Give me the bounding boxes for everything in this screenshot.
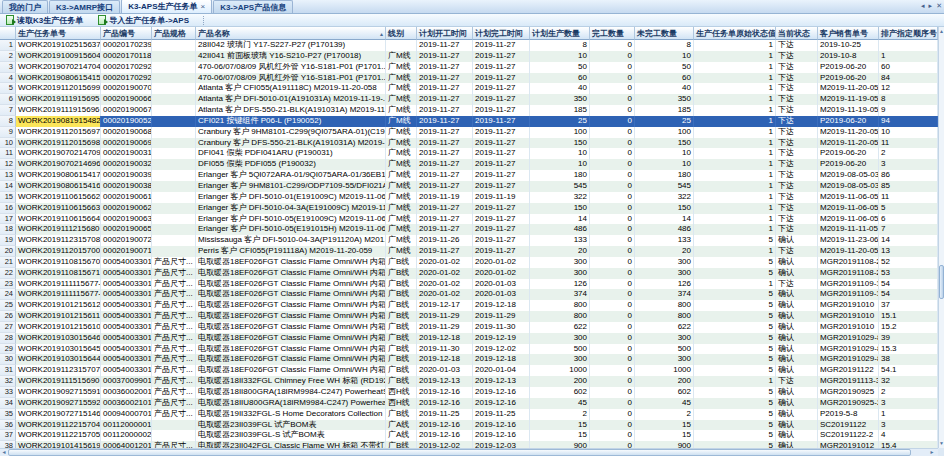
cell-product-spec[interactable] — [152, 430, 196, 441]
cell-product-code[interactable]: 00094000701A — [101, 409, 152, 420]
cell-task-no[interactable]: WORK2019100915604 — [16, 51, 101, 62]
cell-product-code[interactable]: 00020190065C — [101, 224, 152, 235]
cell-finished-qty[interactable]: 0 — [590, 203, 635, 214]
cell-line[interactable]: 广B线 — [386, 257, 417, 268]
cell-original-status-value[interactable]: 1 — [694, 192, 776, 203]
cell-plan-finish-date[interactable]: 2019-12-16 — [473, 430, 530, 441]
cell-product-spec[interactable]: 产品尺寸... — [152, 300, 196, 311]
cell-sales-order-no[interactable]: MGR20191113-3 — [818, 376, 879, 387]
cell-product-spec[interactable] — [152, 138, 196, 149]
cell-product-name[interactable]: CFI021 按键组件 P06-L (P190052) — [196, 116, 386, 127]
cell-schedule-seq-no[interactable]: 94 — [879, 116, 938, 127]
cell-product-code[interactable]: 00020170239B — [101, 40, 152, 51]
cell-unfinished-qty[interactable]: 800 — [635, 300, 694, 311]
cell-unfinished-qty[interactable]: 14 — [635, 214, 694, 225]
cell-product-name[interactable]: 470-06/07/08/09 风机红外管 Y16-S181-P01 (P170… — [196, 62, 386, 73]
cell-product-name[interactable]: Erlanger 客户 DFI-5010-04-3A(E191009C) M20… — [196, 203, 386, 214]
cell-plan-start-date[interactable]: 2019-11-27 — [417, 224, 473, 235]
cell-plan-finish-date[interactable]: 2019-11-27 — [473, 203, 530, 214]
cell-product-spec[interactable] — [152, 51, 196, 62]
cell-product-name[interactable]: 电取暖器19II332FGL-S Home Decorators Collect… — [196, 409, 386, 420]
cell-original-status-value[interactable]: 1 — [694, 138, 776, 149]
cell-plan-qty[interactable]: 100 — [530, 127, 590, 138]
cell-sales-order-no[interactable]: P2019-06-20 — [818, 116, 879, 127]
vertical-scrollbar-thumb[interactable] — [939, 265, 944, 299]
cell-current-status[interactable]: 确认 — [776, 387, 818, 398]
cell-unfinished-qty[interactable]: 300 — [635, 268, 694, 279]
cell-line[interactable]: 广A线 — [386, 430, 417, 441]
cell-schedule-seq-no[interactable]: 85 — [879, 181, 938, 192]
cell-original-status-value[interactable]: 1 — [694, 62, 776, 73]
table-row[interactable]: 11WORK201907021470900020190031BDFI041 假柴… — [0, 148, 938, 159]
cell-finished-qty[interactable]: 0 — [590, 214, 635, 225]
cell-plan-qty[interactable]: 300 — [530, 268, 590, 279]
cell-rownum[interactable]: 7 — [0, 105, 16, 116]
cell-product-code[interactable]: 00054003301A — [101, 322, 152, 333]
cell-sales-order-no[interactable]: M2019-11-06-053 — [818, 203, 879, 214]
cell-plan-start-date[interactable]: 2019-11-19 — [417, 192, 473, 203]
cell-product-spec[interactable]: 产品尺寸... — [152, 279, 196, 290]
cell-plan-start-date[interactable]: 2019-11-27 — [417, 246, 473, 257]
cell-finished-qty[interactable]: 0 — [590, 246, 635, 257]
cell-plan-qty[interactable]: 150 — [530, 203, 590, 214]
cell-plan-qty[interactable]: 14 — [530, 214, 590, 225]
tab-4[interactable]: K3->APS产品信息 — [213, 0, 293, 13]
cell-product-name[interactable]: 电取暖器23II039FGL-S 试产BOM表 — [196, 430, 386, 441]
table-row[interactable]: 1WORK201910251563700020170239B28II042 玻璃… — [0, 40, 938, 51]
cell-current-status[interactable]: 下达 — [776, 214, 818, 225]
cell-plan-finish-date[interactable]: 2020-01-03 — [473, 279, 530, 290]
cell-product-spec[interactable] — [152, 214, 196, 225]
cell-line[interactable]: 广B线 — [386, 289, 417, 300]
cell-task-no[interactable]: WORK2019101215612 — [16, 300, 101, 311]
cell-plan-start-date[interactable]: 2019-11-25 — [417, 409, 473, 420]
cell-finished-qty[interactable]: 0 — [590, 441, 635, 448]
cell-product-code[interactable]: 00020190072C — [101, 235, 152, 246]
cell-sales-order-no[interactable]: MGR20191010 — [818, 300, 879, 311]
cell-sales-order-no[interactable]: MGR20191029-8 — [818, 344, 879, 355]
cell-plan-finish-date[interactable]: 2019-11-27 — [473, 83, 530, 94]
cell-original-status-value[interactable]: 5 — [694, 409, 776, 420]
cell-line[interactable]: 广M线 — [386, 181, 417, 192]
cell-plan-start-date[interactable]: 2019-12-02 — [417, 441, 473, 448]
cell-product-code[interactable]: 00020190062C — [101, 203, 152, 214]
table-row[interactable]: 35WORK201907271514600094000701A产品尺寸...电取… — [0, 409, 938, 420]
cell-original-status-value[interactable]: 5 — [694, 235, 776, 246]
cell-rownum[interactable]: 26 — [0, 311, 16, 322]
cell-plan-finish-date[interactable]: 2019-12-19 — [473, 333, 530, 344]
cell-sales-order-no[interactable]: M2019-08-05-033 — [818, 170, 879, 181]
cell-rownum[interactable]: 30 — [0, 354, 16, 365]
table-row[interactable]: 8WORK201908191548200020190052BCFI021 按键组… — [0, 116, 938, 127]
cell-current-status[interactable]: 确认 — [776, 344, 818, 355]
cell-task-no[interactable]: WORK2019111915696 — [16, 105, 101, 116]
cell-product-spec[interactable] — [152, 62, 196, 73]
cell-unfinished-qty[interactable]: 50 — [635, 62, 694, 73]
cell-sales-order-no[interactable]: MGR20191010 — [818, 322, 879, 333]
cell-line[interactable]: 广M线 — [386, 138, 417, 149]
cell-schedule-seq-no[interactable]: 39 — [879, 333, 938, 344]
cell-sales-order-no[interactable]: MGR20191108-2 — [818, 268, 879, 279]
cell-plan-qty[interactable]: 300 — [530, 354, 590, 365]
cell-schedule-seq-no[interactable]: 9 — [879, 105, 938, 116]
cell-current-status[interactable]: 下达 — [776, 40, 818, 51]
column-header-plan-finish-date[interactable]: 计划完工时间 — [473, 27, 530, 40]
cell-product-spec[interactable] — [152, 73, 196, 84]
cell-plan-finish-date[interactable]: 2019-11-27 — [473, 159, 530, 170]
cell-finished-qty[interactable]: 0 — [590, 170, 635, 181]
cell-schedule-seq-no[interactable]: 37 — [879, 300, 938, 311]
cell-plan-qty[interactable]: 10 — [530, 51, 590, 62]
cell-rownum[interactable]: 34 — [0, 398, 16, 409]
cell-plan-qty[interactable]: 60 — [530, 73, 590, 84]
cell-plan-qty[interactable]: 800 — [530, 300, 590, 311]
cell-plan-finish-date[interactable]: 2019-12-02 — [473, 344, 530, 355]
cell-product-name[interactable]: 电取暖器18IIU800GRA(18IRM9984-C247) Powerhea… — [196, 398, 386, 409]
cell-product-name[interactable]: Erlanger 客户 DFI-5010-05(E191015H) M2019-… — [196, 224, 386, 235]
column-header-task-no[interactable]: 生产任务单号 — [16, 27, 101, 40]
cell-unfinished-qty[interactable]: 20 — [635, 246, 694, 257]
cell-product-name[interactable]: Atlanta 客户 DFI-5010-01(A191031A) M2019-1… — [196, 94, 386, 105]
cell-product-spec[interactable]: 产品尺寸... — [152, 311, 196, 322]
cell-line[interactable]: 广M线 — [386, 127, 417, 138]
cell-product-name[interactable]: Cranbury 客户 DFS-550-21-BLK(A191031A) M20… — [196, 138, 386, 149]
cell-original-status-value[interactable]: 1 — [694, 246, 776, 257]
cell-plan-start-date[interactable]: 2020-01-02 — [417, 289, 473, 300]
cell-schedule-seq-no[interactable]: 1 — [879, 409, 938, 420]
